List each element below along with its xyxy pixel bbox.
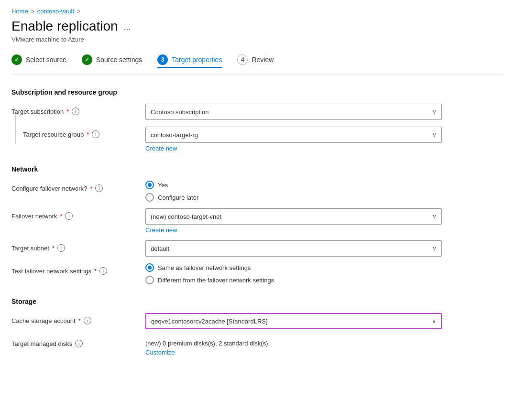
test-failover-different-radio[interactable]: [145, 276, 154, 284]
step-2-circle: ✓: [82, 54, 92, 65]
configure-failover-required: *: [90, 185, 92, 192]
test-failover-different-label: Different from the failover network sett…: [158, 277, 274, 284]
target-subnet-value: default: [151, 245, 169, 252]
test-failover-required: *: [94, 268, 97, 275]
failover-network-value: (new) contoso-target-vnet: [151, 213, 221, 220]
cache-storage-row: Cache storage account * i qeqve1contosor…: [11, 313, 504, 329]
cache-storage-label: Cache storage account * i: [11, 313, 145, 324]
step-1-label: Select source: [26, 56, 66, 64]
page-header: Enable replication ...: [11, 19, 504, 34]
step-review[interactable]: 4 Review: [237, 54, 274, 67]
target-subscription-required: *: [66, 108, 69, 115]
failover-yes-option[interactable]: Yes: [145, 181, 504, 189]
step-source-settings[interactable]: ✓ Source settings: [82, 54, 142, 67]
target-subscription-control: Contoso subscription ∨: [145, 104, 504, 120]
storage-section: Storage Cache storage account * i qeqve1…: [11, 298, 504, 356]
test-failover-row: Test failover network settings * i Same …: [11, 263, 504, 284]
configure-failover-row: Configure failover network? * i Yes Conf…: [11, 181, 504, 202]
target-subnet-control: default ∨: [145, 240, 504, 257]
target-managed-disks-customize[interactable]: Customize: [145, 349, 504, 356]
target-subscription-info-icon[interactable]: i: [72, 108, 79, 115]
breadcrumb: Home > contoso-vault >: [11, 8, 504, 15]
step-4-circle: 4: [237, 54, 248, 65]
page-container: Home > contoso-vault > Enable replicatio…: [0, 0, 515, 420]
target-subscription-dropdown[interactable]: Contoso subscription ∨: [145, 104, 442, 120]
target-subscription-label: Target subscription * i: [11, 104, 145, 115]
test-failover-same-option[interactable]: Same as failover network settings: [145, 263, 504, 272]
failover-later-option[interactable]: Configure later: [145, 193, 504, 202]
target-subnet-chevron-icon: ∨: [432, 245, 437, 252]
failover-network-dropdown[interactable]: (new) contoso-target-vnet ∨: [145, 208, 442, 225]
test-failover-same-dot: [148, 266, 152, 269]
test-failover-info-icon[interactable]: i: [99, 267, 107, 275]
wizard-steps: ✓ Select source ✓ Source settings 3 Targ…: [11, 54, 504, 75]
target-subnet-info-icon[interactable]: i: [57, 244, 65, 252]
target-subscription-value: Contoso subscription: [151, 108, 208, 116]
target-resource-group-chevron-icon: ∨: [432, 131, 437, 138]
target-resource-group-control: contoso-target-rg ∨ Create new: [145, 127, 504, 152]
configure-failover-info-icon[interactable]: i: [95, 184, 103, 192]
page-subtitle: VMware machine to Azure: [11, 36, 504, 43]
failover-later-label: Configure later: [158, 194, 198, 201]
target-managed-disks-row: Target managed disks i (new) 0 premium d…: [11, 336, 504, 356]
target-managed-disks-info-icon[interactable]: i: [75, 340, 83, 347]
step-target-properties[interactable]: 3 Target properties: [157, 54, 222, 68]
target-managed-disks-control: (new) 0 premium disks(s), 2 standard dis…: [145, 336, 504, 356]
network-section: Network Configure failover network? * i …: [11, 165, 504, 284]
target-resource-group-required: *: [87, 131, 89, 138]
page-title: Enable replication: [11, 19, 118, 34]
target-subnet-label: Target subnet * i: [11, 240, 145, 252]
breadcrumb-home[interactable]: Home: [11, 8, 28, 15]
step-select-source[interactable]: ✓ Select source: [11, 54, 66, 67]
target-subnet-dropdown[interactable]: default ∨: [145, 240, 442, 257]
breadcrumb-sep-1: >: [31, 8, 34, 15]
storage-section-title: Storage: [11, 298, 504, 305]
step-3-circle: 3: [157, 54, 168, 65]
target-resource-group-value: contoso-target-rg: [151, 131, 198, 139]
test-failover-label: Test failover network settings * i: [11, 263, 145, 275]
step-3-label: Target properties: [172, 56, 222, 64]
configure-failover-radio-group: Yes Configure later: [145, 181, 504, 202]
subscription-section: Subscription and resource group Target s…: [11, 88, 504, 152]
breadcrumb-vault[interactable]: contoso-vault: [37, 8, 74, 15]
test-failover-same-label: Same as failover network settings: [158, 264, 251, 271]
test-failover-radio-group: Same as failover network settings Differ…: [145, 263, 504, 284]
failover-network-info-icon[interactable]: i: [65, 212, 73, 220]
step-1-circle: ✓: [11, 54, 22, 65]
failover-network-chevron-icon: ∨: [432, 213, 437, 220]
step-4-label: Review: [252, 56, 274, 64]
target-managed-disks-label: Target managed disks i: [11, 336, 145, 347]
configure-failover-label: Configure failover network? * i: [11, 181, 145, 192]
target-resource-group-info-icon[interactable]: i: [92, 130, 99, 138]
cache-storage-dropdown[interactable]: qeqve1contosorcv2acache [StandardLRS] ∨: [145, 313, 442, 329]
target-resource-group-create-new[interactable]: Create new: [145, 145, 504, 152]
failover-network-label: Failover network * i: [11, 208, 145, 220]
target-subscription-chevron-icon: ∨: [432, 108, 437, 115]
subscription-section-title: Subscription and resource group: [11, 88, 504, 96]
step-2-label: Source settings: [96, 56, 142, 64]
target-resource-group-dropdown[interactable]: contoso-target-rg ∨: [145, 127, 442, 143]
breadcrumb-sep-2: >: [77, 8, 80, 15]
test-failover-same-radio[interactable]: [145, 263, 154, 272]
target-managed-disks-value: (new) 0 premium disks(s), 2 standard dis…: [145, 336, 504, 347]
target-subscription-row: Target subscription * i Contoso subscrip…: [11, 104, 504, 120]
configure-failover-control: Yes Configure later: [145, 181, 504, 202]
target-subnet-required: *: [52, 245, 55, 252]
cache-storage-info-icon[interactable]: i: [84, 317, 91, 324]
cache-storage-control: qeqve1contosorcv2acache [StandardLRS] ∨: [145, 313, 504, 329]
failover-network-create-new[interactable]: Create new: [145, 226, 504, 234]
test-failover-different-option[interactable]: Different from the failover network sett…: [145, 276, 504, 284]
target-resource-group-row: Target resource group * i contoso-target…: [11, 127, 504, 152]
target-subnet-row: Target subnet * i default ∨: [11, 240, 504, 257]
failover-network-row: Failover network * i (new) contoso-targe…: [11, 208, 504, 234]
cache-storage-value: qeqve1contosorcv2acache [StandardLRS]: [151, 318, 268, 325]
test-failover-control: Same as failover network settings Differ…: [145, 263, 504, 284]
failover-yes-dot: [148, 183, 152, 187]
failover-later-radio[interactable]: [145, 193, 154, 202]
failover-network-control: (new) contoso-target-vnet ∨ Create new: [145, 208, 504, 234]
ellipsis-menu-icon[interactable]: ...: [124, 22, 131, 32]
failover-yes-radio[interactable]: [145, 181, 154, 189]
target-resource-group-label: Target resource group * i: [11, 127, 145, 138]
cache-storage-chevron-icon: ∨: [432, 318, 436, 324]
failover-yes-label: Yes: [158, 182, 168, 189]
